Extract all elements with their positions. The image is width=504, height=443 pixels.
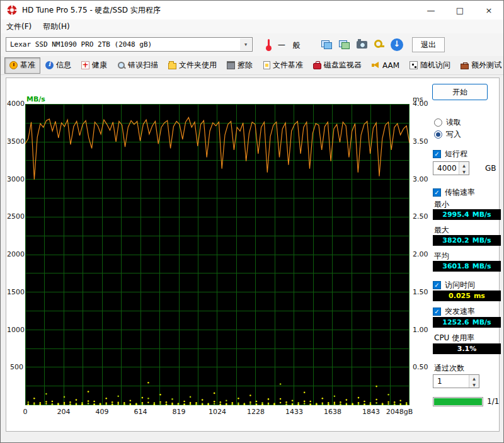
progress-bar-fill bbox=[434, 398, 482, 405]
access-time-dot bbox=[214, 403, 215, 405]
access-time-dot bbox=[112, 401, 113, 403]
transfer-rate-checkbox[interactable] bbox=[433, 188, 441, 197]
copy-window-icon bbox=[339, 40, 350, 49]
copy-screen-button[interactable] bbox=[319, 37, 334, 52]
spinner-down-icon[interactable] bbox=[469, 381, 479, 388]
cpu-usage-label: CPU 使用率 bbox=[434, 333, 474, 343]
tab-info[interactable]: 信息 bbox=[40, 57, 76, 74]
chevron-down-icon[interactable] bbox=[240, 38, 251, 50]
camera-icon bbox=[357, 41, 367, 49]
short-stroke-input[interactable]: 4000 bbox=[433, 161, 469, 175]
window-title: HD Tune Pro 5.75 - 硬盘/SSD 实用程序 bbox=[22, 5, 161, 16]
access-time-dot bbox=[375, 402, 377, 404]
access-time-dot bbox=[387, 403, 389, 405]
access-time-dot bbox=[105, 398, 107, 400]
access-time-checkbox[interactable] bbox=[433, 281, 441, 289]
x-axis-tick: 819 bbox=[164, 408, 194, 416]
tab-extra[interactable]: 额外测试 bbox=[455, 57, 504, 74]
keys-button[interactable] bbox=[372, 37, 387, 52]
tab-aam[interactable]: AAM bbox=[367, 57, 404, 74]
menu-file[interactable]: 文件(F) bbox=[1, 20, 37, 33]
camera-button[interactable] bbox=[354, 37, 369, 52]
spinner-up-icon[interactable] bbox=[459, 162, 469, 168]
maximize-button[interactable]: □ bbox=[445, 1, 474, 20]
y-right-tick: 0.50 bbox=[413, 363, 433, 371]
transfer-rate-label: 传输速率 bbox=[445, 187, 475, 198]
tab-filebench[interactable]: 文件基准 bbox=[258, 57, 308, 74]
access-time-dot bbox=[117, 403, 119, 405]
read-radio[interactable] bbox=[434, 118, 442, 127]
access-time-dot bbox=[346, 399, 348, 401]
access-time-dot bbox=[334, 395, 336, 397]
burst-rate-row: 突发速率 bbox=[433, 306, 475, 317]
access-time-dot bbox=[76, 399, 77, 401]
access-time-dot bbox=[142, 403, 144, 405]
access-time-dot bbox=[190, 396, 192, 398]
access-time-dot bbox=[33, 398, 35, 400]
menu-help[interactable]: 帮助(H) bbox=[37, 20, 75, 33]
y-right-tick: 1.50 bbox=[413, 288, 433, 296]
access-time-dot bbox=[322, 403, 324, 405]
drive-select[interactable]: Lexar SSD NM1090 PRO 2TB (2048 gB) bbox=[6, 37, 253, 52]
access-time-dot bbox=[238, 403, 239, 405]
access-time-dot bbox=[117, 401, 119, 403]
app-icon bbox=[7, 5, 17, 15]
max-label: 最大 bbox=[434, 225, 449, 236]
access-time-dot bbox=[375, 399, 377, 401]
access-time-dot bbox=[334, 403, 336, 405]
y-right-tick: 4.00 bbox=[413, 100, 433, 108]
access-time-dot bbox=[364, 401, 365, 403]
access-time-dot bbox=[33, 403, 35, 405]
access-time-dot bbox=[358, 397, 360, 399]
pass-count-spinner[interactable] bbox=[469, 375, 479, 388]
burst-rate-unit: MB/s bbox=[472, 318, 491, 326]
x-axis-tick: 1024 bbox=[202, 408, 232, 416]
access-time-dot bbox=[183, 401, 185, 403]
tab-scan[interactable]: 错误扫描 bbox=[112, 57, 163, 74]
x-axis-tick: 1433 bbox=[279, 408, 309, 416]
access-time-dot bbox=[142, 397, 144, 399]
tab-random[interactable]: 随机访问 bbox=[404, 57, 455, 74]
access-time-value: 0.025 bbox=[449, 292, 471, 300]
access-time-dot bbox=[159, 403, 161, 405]
write-radio[interactable] bbox=[434, 130, 442, 139]
benchmark-icon bbox=[9, 61, 18, 69]
access-time-dot bbox=[280, 398, 282, 400]
tab-health[interactable]: 健康 bbox=[76, 57, 112, 74]
x-axis-tick: 409 bbox=[87, 408, 117, 416]
access-time-dot bbox=[334, 401, 336, 403]
minimize-button[interactable]: — bbox=[416, 1, 445, 20]
tab-erase[interactable]: 擦除 bbox=[222, 57, 258, 74]
update-button[interactable] bbox=[389, 37, 404, 52]
tab-label: 文件基准 bbox=[273, 60, 303, 71]
tab-folder[interactable]: 文件夹使用 bbox=[163, 57, 222, 74]
tab-monitor[interactable]: 磁盘监视器 bbox=[308, 57, 367, 74]
spinner-down-icon[interactable] bbox=[459, 168, 469, 175]
erase-icon bbox=[227, 62, 235, 69]
y-left-tick: 3500 bbox=[7, 137, 23, 146]
random-icon bbox=[410, 61, 418, 69]
start-button[interactable]: 开始 bbox=[432, 84, 488, 100]
y-left-unit-label: MB/s bbox=[26, 95, 45, 103]
avg-value: 3601.8 bbox=[442, 262, 469, 270]
tab-label: 文件夹使用 bbox=[179, 60, 217, 71]
close-button[interactable]: × bbox=[474, 1, 503, 20]
access-time-dot bbox=[69, 401, 71, 403]
x-axis-tick: 614 bbox=[125, 408, 156, 416]
short-stroke-spinner[interactable] bbox=[459, 162, 469, 175]
pass-count-input[interactable]: 1 bbox=[433, 374, 479, 388]
burst-rate-checkbox[interactable] bbox=[433, 308, 441, 316]
tab-benchmark[interactable]: 基准 bbox=[4, 57, 40, 74]
access-time-dot bbox=[105, 403, 107, 405]
spinner-up-icon[interactable] bbox=[469, 375, 479, 381]
access-time-dot bbox=[375, 386, 377, 388]
short-stroke-checkbox[interactable] bbox=[433, 150, 441, 158]
access-time-dot bbox=[64, 403, 66, 405]
exit-button[interactable]: 退出 bbox=[412, 37, 445, 52]
access-time-dot bbox=[202, 399, 203, 401]
access-time-dot bbox=[190, 403, 192, 405]
copy-window-button[interactable] bbox=[336, 37, 352, 52]
y-right-tick: 2.50 bbox=[413, 212, 433, 221]
tab-label: AAM bbox=[382, 61, 399, 70]
pass-count-value: 1 bbox=[437, 377, 442, 386]
